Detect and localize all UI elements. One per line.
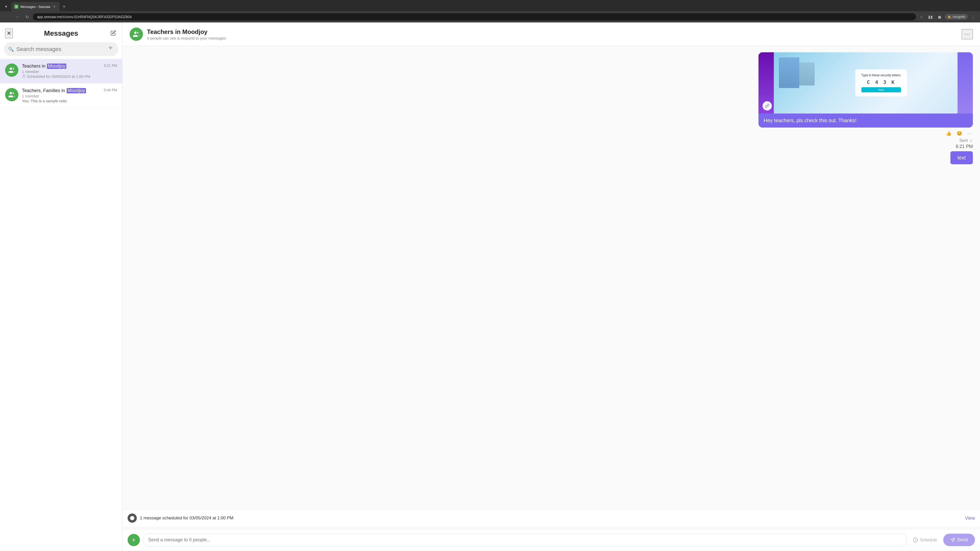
compose-button[interactable] (110, 29, 117, 38)
chat-header-info: Teachers in Moodjoy 0 people can see & r… (147, 28, 958, 40)
conv-info-teachers: Teachers in Moodjoy 1 member ⏱ Scheduled… (22, 64, 98, 79)
conv-avatar-families (5, 88, 18, 101)
captcha-box: Type in these security letters: C 4 3 K … (855, 69, 907, 97)
conv-info-families: Teachers, Families in Moodjoy 1 member Y… (22, 88, 98, 103)
schedule-label: Schedule (920, 538, 937, 542)
scheduled-bar: 1 message scheduled for 03/05/2024 at 1:… (123, 509, 980, 527)
conv-time-2: 5:44 PM (104, 88, 117, 92)
purple-stripe-right (958, 52, 973, 114)
thumbs-up-button[interactable]: 👍 (945, 130, 953, 137)
incognito-badge: 🕵 Incognito (945, 14, 968, 20)
shape-2 (799, 62, 815, 86)
chat-title-prefix: Teachers in (147, 28, 182, 35)
message-time: 6:21 PM (956, 144, 973, 149)
conv-preview-text-2: This is a sample note. (30, 99, 68, 103)
message-timestamp: 6:21 PM (956, 144, 973, 149)
svg-point-5 (134, 32, 137, 34)
message-text-area: Hey teachers, pls check this out. Thanks… (759, 114, 973, 127)
sidebar-title: Messages (44, 29, 78, 38)
chat-messages: Type in these security letters: C 4 3 K … (123, 46, 980, 507)
chat-main: Teachers in Moodjoy 0 people can see & r… (123, 22, 980, 551)
forward-button[interactable]: → (13, 14, 21, 20)
captcha-next-button[interactable]: Next (861, 87, 901, 92)
svg-point-3 (10, 68, 12, 70)
scheduled-text: 1 message scheduled for 03/05/2024 at 1:… (140, 516, 962, 521)
message-text: Hey teachers, pls check this out. Thanks… (764, 118, 968, 124)
sidebar-header: ✕ Messages (0, 22, 122, 42)
search-bar: 🔍 (4, 42, 118, 56)
search-icon: 🔍 (8, 46, 14, 52)
address-bar[interactable] (33, 13, 916, 21)
tab-bar: ▼ S Messages - Seesaw × + (0, 0, 980, 11)
scheduled-icon (127, 513, 137, 523)
send-label: Send (957, 537, 968, 543)
text-button[interactable]: text (950, 151, 973, 164)
svg-point-4 (10, 92, 12, 94)
conv-name-highlight-1: Moodjoy (47, 64, 66, 69)
sent-checkmark: ✓ (970, 138, 973, 143)
conversation-item-teachers-families[interactable]: Teachers, Families in Moodjoy 1 member Y… (0, 83, 122, 108)
captcha-container: Type in these security letters: C 4 3 K … (855, 69, 907, 97)
scheduled-view-button[interactable]: View (965, 516, 975, 521)
conv-scheduled-1: ⏱ Scheduled for 03/05/2024 at 1:00 PM (22, 74, 98, 79)
tab-title: Messages - Seesaw (21, 5, 50, 9)
conv-members-1: 1 member (22, 69, 39, 74)
chat-more-button[interactable]: ⋯ (962, 29, 973, 39)
browser-chrome: ▼ S Messages - Seesaw × + ← → ↻ ☆ ▮▮ ◼ 🕵… (0, 0, 980, 22)
incognito-label: Incognito (953, 15, 965, 19)
message-container: Type in these security letters: C 4 3 K … (130, 52, 973, 164)
message-bubble: Type in these security letters: C 4 3 K … (759, 52, 973, 127)
conv-meta-2: 1 member (22, 94, 98, 98)
conv-name-families: Teachers, Families in Moodjoy (22, 88, 98, 94)
reload-button[interactable]: ↻ (24, 14, 31, 21)
message-input[interactable] (143, 534, 907, 546)
conv-scheduled-text-1: Scheduled for 03/05/2024 at 1:00 PM (27, 74, 90, 79)
back-button[interactable]: ← (3, 14, 11, 20)
conv-time-1: 6:21 PM (104, 64, 117, 68)
message-actions: 👍 😊 ⋯ (945, 130, 973, 137)
chat-header: Teachers in Moodjoy 0 people can see & r… (123, 22, 980, 46)
sidebar-close-button[interactable]: ✕ (5, 29, 13, 38)
chat-header-subtitle: 0 people can see & respond to your messa… (147, 36, 958, 40)
extensions-icon[interactable]: ▮▮ (927, 14, 934, 21)
sidebar-toggle-icon[interactable]: ◼ (936, 14, 943, 21)
menu-icon[interactable]: ⋮ (970, 14, 977, 21)
tab-nav-left[interactable]: ▼ (2, 3, 10, 11)
active-tab[interactable]: S Messages - Seesaw × (11, 2, 59, 11)
captcha-code: C 4 3 K (861, 79, 901, 85)
filter-button[interactable] (107, 45, 114, 53)
link-icon (762, 101, 772, 110)
send-button[interactable]: Send (943, 534, 975, 546)
chat-input-area: + Schedule Send (123, 529, 980, 551)
shape-1 (779, 57, 799, 88)
conv-avatar-teachers (5, 64, 18, 77)
conversation-item-teachers-moodjoy[interactable]: Teachers in Moodjoy 1 member ⏱ Scheduled… (0, 59, 122, 83)
clock-icon-1: ⏱ (22, 74, 26, 79)
bookmark-icon[interactable]: ☆ (918, 14, 924, 21)
plus-icon: + (132, 537, 135, 544)
message-image: Type in these security letters: C 4 3 K … (759, 52, 973, 114)
conv-name-teachers: Teachers in Moodjoy (22, 64, 98, 69)
message-status: Sent ✓ (959, 138, 973, 143)
emoji-reaction-button[interactable]: 😊 (956, 130, 963, 137)
search-input[interactable] (16, 46, 104, 52)
nav-actions: ☆ ▮▮ ◼ 🕵 Incognito ⋮ (918, 14, 977, 21)
conv-preview-2: You: This is a sample note. (22, 99, 98, 103)
tab-favicon: S (14, 5, 18, 9)
conversation-list: Teachers in Moodjoy 1 member ⏱ Scheduled… (0, 59, 122, 551)
tab-close-button[interactable]: × (52, 4, 56, 9)
chat-title-highlight: Moodjoy (182, 28, 207, 35)
chat-header-avatar (130, 27, 143, 41)
app: ✕ Messages 🔍 (0, 22, 980, 551)
add-attachment-button[interactable]: + (127, 534, 140, 546)
schedule-button[interactable]: Schedule (910, 535, 940, 545)
new-tab-button[interactable]: + (60, 3, 68, 11)
conv-name-prefix-2: Teachers, Families in (22, 88, 65, 94)
nav-bar: ← → ↻ ☆ ▮▮ ◼ 🕵 Incognito ⋮ (0, 11, 980, 22)
conv-meta-1: 1 member (22, 69, 98, 74)
message-more-button[interactable]: ⋯ (966, 130, 973, 137)
chat-header-title: Teachers in Moodjoy (147, 28, 958, 35)
sent-label: Sent (959, 138, 968, 143)
conv-preview-prefix-2: You: (22, 99, 30, 103)
conv-members-2: 1 member (22, 94, 39, 98)
